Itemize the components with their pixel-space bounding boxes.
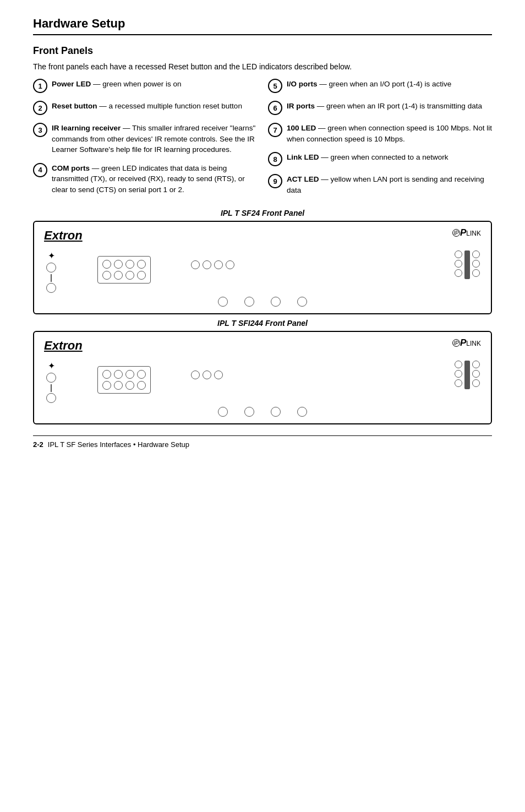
bottom-circle [297, 297, 307, 307]
io-circle [125, 271, 134, 280]
power-led-circle-2 [46, 373, 56, 383]
power-led-area-2: ✦ [46, 361, 56, 404]
item-number-7: 7 [268, 123, 282, 137]
iplink-logo-1: IP PLINK [452, 227, 481, 238]
list-item: 6 IR ports — green when an IR port (1-4)… [268, 101, 492, 115]
list-item: 2 Reset button — a recessed multiple fun… [33, 101, 257, 115]
reset-btn-1 [46, 283, 56, 293]
led-circle [455, 379, 462, 387]
led-circle [472, 370, 480, 378]
item-number-8: 8 [268, 152, 282, 166]
item-text-5: I/O ports — green when an I/O port (1-4)… [287, 79, 451, 90]
section-title: Front Panels [33, 45, 492, 57]
io-row-bottom-2 [102, 381, 146, 390]
item-number-4: 4 [33, 163, 47, 177]
list-item: 8 Link LED — green when connected to a n… [268, 152, 492, 166]
led-circle [455, 370, 462, 378]
bottom-circle [218, 407, 228, 417]
io-circle [114, 370, 123, 379]
iplink-text-2: PLINK [460, 337, 481, 348]
extra-circle [214, 260, 223, 269]
panel-diagram-1: Extron IP PLINK ✦ [33, 221, 492, 314]
io-circle [102, 260, 111, 269]
diagram-label-1: IPL T SF24 Front Panel [33, 209, 492, 217]
right-panel-area-1 [455, 250, 480, 279]
bottom-circles-2 [34, 407, 491, 417]
vert-line-1 [51, 274, 52, 282]
io-circle [102, 370, 111, 379]
led-circle [472, 361, 480, 368]
io-circle [114, 381, 123, 390]
io-circle [125, 260, 134, 269]
item-number-2: 2 [33, 101, 47, 115]
io-circle [114, 271, 123, 280]
list-item: 9 ACT LED — yellow when LAN port is send… [268, 174, 492, 195]
right-leds-3 [455, 361, 462, 387]
item-number-6: 6 [268, 101, 282, 115]
bottom-circle [244, 407, 254, 417]
bottom-circle [271, 407, 281, 417]
footer: 2-2 IPL T SF Series Interfaces • Hardwar… [33, 435, 492, 449]
io-circle [137, 260, 146, 269]
right-leds-2 [472, 250, 480, 277]
io-grid-1 [97, 256, 151, 284]
iplink-text: PLINK [460, 227, 481, 238]
item-text-9: ACT LED — yellow when LAN port is sendin… [287, 174, 492, 195]
bottom-circle [218, 297, 228, 307]
bottom-circle [271, 297, 281, 307]
led-circle [455, 260, 462, 268]
extra-circle [226, 260, 234, 269]
footer-page: 2-2 [33, 440, 43, 449]
bottom-circle [244, 297, 254, 307]
list-item: 3 IR learning receiver — This smaller in… [33, 123, 257, 155]
connector-bar-1 [464, 250, 470, 279]
led-circle [472, 260, 480, 268]
io-circle [137, 381, 146, 390]
iplink-c-icon: IP [452, 229, 460, 237]
iplink-c-icon-2: IP [452, 339, 460, 347]
led-circle [472, 379, 480, 387]
right-panel-area-2 [455, 361, 480, 389]
item-text-7: 100 LED — green when connection speed is… [287, 123, 492, 144]
diagram-label-2: IPL T SFI244 Front Panel [33, 319, 492, 328]
item-text-6: IR ports — green when an IR port (1-4) i… [287, 101, 482, 112]
power-led-circle-1 [46, 263, 56, 273]
star-icon-2: ✦ [46, 361, 56, 371]
led-circle [472, 269, 480, 277]
right-leds-1 [455, 250, 462, 277]
led-circle [472, 250, 480, 258]
io-row-bottom [102, 271, 146, 280]
extra-circle [214, 370, 223, 379]
list-item: 5 I/O ports — green when an I/O port (1-… [268, 79, 492, 93]
items-left: 1 Power LED — green when power is on 2 R… [33, 79, 257, 203]
list-item: 7 100 LED — green when connection speed … [268, 123, 492, 144]
io-circle [102, 381, 111, 390]
io-grid-2 [97, 366, 151, 394]
led-circle [455, 250, 462, 258]
star-icon-1: ✦ [46, 250, 56, 261]
extra-circles-1 [191, 260, 234, 269]
extra-circle [203, 260, 211, 269]
item-number-9: 9 [268, 174, 282, 188]
io-circle [102, 271, 111, 280]
extra-circle [203, 370, 211, 379]
io-grid-area-1 [97, 256, 151, 284]
io-grid-area-2 [97, 366, 151, 394]
bottom-circle [297, 407, 307, 417]
led-circle [455, 361, 462, 368]
io-circle [137, 370, 146, 379]
extron-logo-1: Extron [44, 228, 83, 243]
io-row-top-2 [102, 370, 146, 379]
extra-circles-2 [191, 370, 223, 379]
io-circle [137, 271, 146, 280]
list-item: 4 COM ports — green LED indicates that d… [33, 163, 257, 195]
extra-circle [191, 260, 200, 269]
reset-btn-2 [46, 393, 56, 403]
led-circle [455, 269, 462, 277]
intro-text: The front panels each have a recessed Re… [33, 62, 492, 71]
io-circle [114, 260, 123, 269]
power-led-area-1: ✦ [46, 250, 56, 294]
item-text-1: Power LED — green when power is on [52, 79, 182, 90]
item-number-5: 5 [268, 79, 282, 93]
item-text-2: Reset button — a recessed multiple funct… [52, 101, 242, 112]
